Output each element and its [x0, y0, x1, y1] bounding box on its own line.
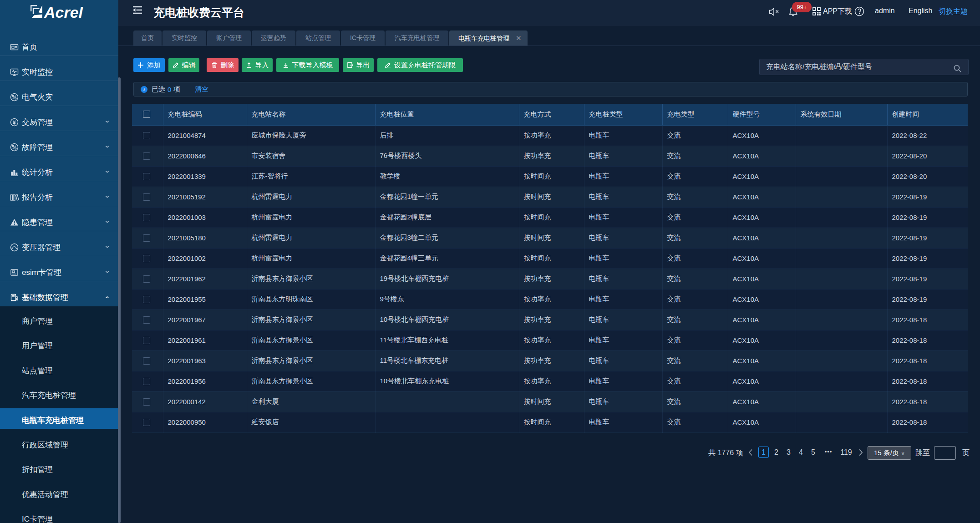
svg-text:Acrel: Acrel [44, 4, 84, 21]
